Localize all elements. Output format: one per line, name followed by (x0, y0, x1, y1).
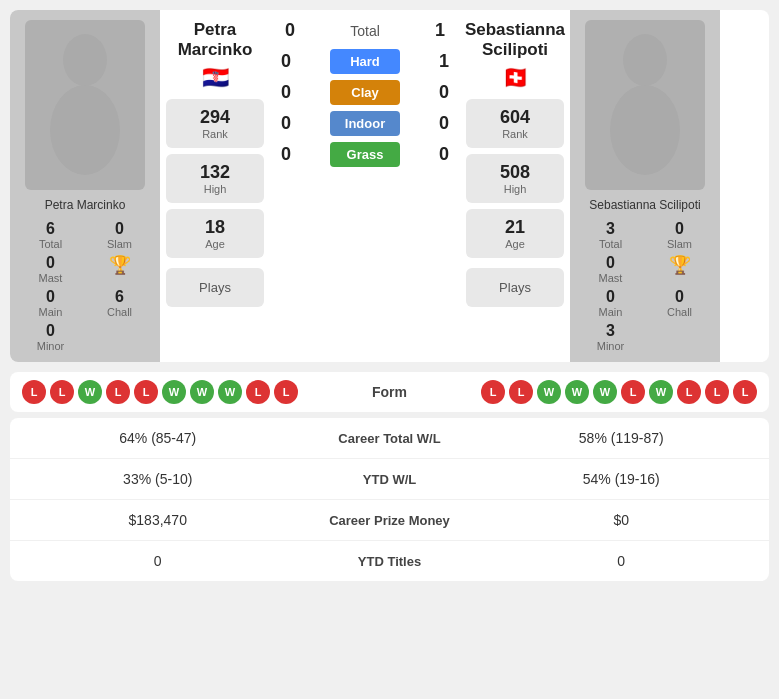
player2-trophy: 🏆 (647, 254, 712, 284)
stats-table: 64% (85-47) Career Total W/L 58% (119-87… (10, 418, 769, 581)
player1-name: Petra Marcinko (45, 198, 126, 212)
player1-plays-label: Plays (178, 280, 252, 295)
player2-age-box: 21 Age (466, 209, 564, 258)
form-badge-p2: W (565, 380, 589, 404)
player1-rank-label: Rank (178, 128, 252, 140)
form-badge-p1: W (78, 380, 102, 404)
form-badge-p1: L (274, 380, 298, 404)
stats-right-val: $0 (490, 512, 754, 528)
total-label: Total (350, 23, 380, 39)
player2-name-center: Sebastianna Scilipoti (465, 20, 565, 61)
player1-plays-box: Plays (166, 268, 264, 307)
stats-left-val: 0 (26, 553, 290, 569)
form-badge-p2: L (733, 380, 757, 404)
player2-avatar (585, 20, 705, 190)
player1-high-value: 132 (178, 162, 252, 183)
total-score-right: 1 (428, 20, 452, 41)
clay-score-right: 0 (432, 82, 456, 103)
stats-row: 0 YTD Titles 0 (10, 541, 769, 581)
stats-right-val: 54% (19-16) (490, 471, 754, 487)
form-section: LLWLLWWWLL Form LLWWWLWLLL (10, 372, 769, 412)
grass-score-left: 0 (274, 144, 298, 165)
player1-age-value: 18 (178, 217, 252, 238)
player1-rank-value: 294 (178, 107, 252, 128)
player2-minor: 3 Minor (578, 322, 643, 352)
hard-button[interactable]: Hard (330, 49, 400, 74)
player2-plays-label: Plays (478, 280, 552, 295)
svg-point-0 (63, 34, 107, 86)
clay-row: 0 Clay 0 (274, 80, 456, 105)
form-badge-p1: L (22, 380, 46, 404)
player1-high-label: High (178, 183, 252, 195)
player2-mast: 0 Mast (578, 254, 643, 284)
total-score-left: 0 (278, 20, 302, 41)
stats-center-label: YTD W/L (290, 472, 490, 487)
stats-center-label: Career Total W/L (290, 431, 490, 446)
player1-avatar (25, 20, 145, 190)
form-row: LLWLLWWWLL Form LLWWWLWLLL (10, 372, 769, 412)
form-badge-p2: L (705, 380, 729, 404)
indoor-score-right: 0 (432, 113, 456, 134)
form-badge-p2: L (509, 380, 533, 404)
form-badge-p2: W (593, 380, 617, 404)
stats-left-val: $183,470 (26, 512, 290, 528)
indoor-button[interactable]: Indoor (330, 111, 400, 136)
form-badge-p1: L (246, 380, 270, 404)
stats-row: $183,470 Career Prize Money $0 (10, 500, 769, 541)
stats-center-label: YTD Titles (290, 554, 490, 569)
player1-age-label: Age (178, 238, 252, 250)
player1-name-center: Petra Marcinko (166, 20, 264, 61)
svg-point-2 (623, 34, 667, 86)
player2-rank-box: 604 Rank (466, 99, 564, 148)
stats-left-val: 64% (85-47) (26, 430, 290, 446)
form-label: Form (325, 384, 455, 400)
clay-score-left: 0 (274, 82, 298, 103)
player1-rank-box: 294 Rank (166, 99, 264, 148)
player2-slam: 0 Slam (647, 220, 712, 250)
clay-button[interactable]: Clay (330, 80, 400, 105)
form-badge-p1: L (106, 380, 130, 404)
player1-high-box: 132 High (166, 154, 264, 203)
grass-score-right: 0 (432, 144, 456, 165)
player1-form: LLWLLWWWLL (22, 380, 325, 404)
player1-minor: 0 Minor (18, 322, 83, 352)
form-badge-p2: L (677, 380, 701, 404)
player2-name: Sebastianna Scilipoti (589, 198, 700, 212)
form-badge-p2: L (621, 380, 645, 404)
player2-rank-label: Rank (478, 128, 552, 140)
player2-plays-box: Plays (466, 268, 564, 307)
form-badge-p1: W (162, 380, 186, 404)
player1-main-vis: 0 Main (18, 288, 83, 318)
player2-total: 3 Total (578, 220, 643, 250)
player1-slam: 0 Slam (87, 220, 152, 250)
stats-row: 64% (85-47) Career Total W/L 58% (119-87… (10, 418, 769, 459)
player1-mast: 0 Mast (18, 254, 83, 284)
player2-rank-value: 604 (478, 107, 552, 128)
grass-row: 0 Grass 0 (274, 142, 456, 167)
trophy-icon-2: 🏆 (647, 254, 712, 276)
total-row: 0 Total 1 (274, 20, 456, 41)
form-badge-p1: L (134, 380, 158, 404)
svg-point-1 (50, 85, 120, 175)
trophy-icon-1: 🏆 (87, 254, 152, 276)
stats-left-val: 33% (5-10) (26, 471, 290, 487)
player1-chall: 6 Chall (87, 288, 152, 318)
indoor-row: 0 Indoor 0 (274, 111, 456, 136)
indoor-score-left: 0 (274, 113, 298, 134)
form-badge-p2: W (649, 380, 673, 404)
hard-score-right: 1 (432, 51, 456, 72)
form-badge-p1: W (190, 380, 214, 404)
grass-button[interactable]: Grass (330, 142, 400, 167)
player2-stats: 3 Total 0 Slam 0 Mast 🏆 0 Main (578, 220, 712, 352)
player2-age-value: 21 (478, 217, 552, 238)
hard-score-left: 0 (274, 51, 298, 72)
player2-flag: 🇨🇭 (502, 65, 529, 91)
player2-chall: 0 Chall (647, 288, 712, 318)
form-badge-p2: L (481, 380, 505, 404)
player2-high-value: 508 (478, 162, 552, 183)
player1-age-box: 18 Age (166, 209, 264, 258)
player1-total: 6 Total (18, 220, 83, 250)
stats-right-val: 0 (490, 553, 754, 569)
player2-panel: Sebastianna Scilipoti 3 Total 0 Slam 0 M… (570, 10, 720, 362)
center-scores: 0 Total 1 0 Hard 1 0 Clay 0 0 Indoor 0 (270, 10, 460, 362)
